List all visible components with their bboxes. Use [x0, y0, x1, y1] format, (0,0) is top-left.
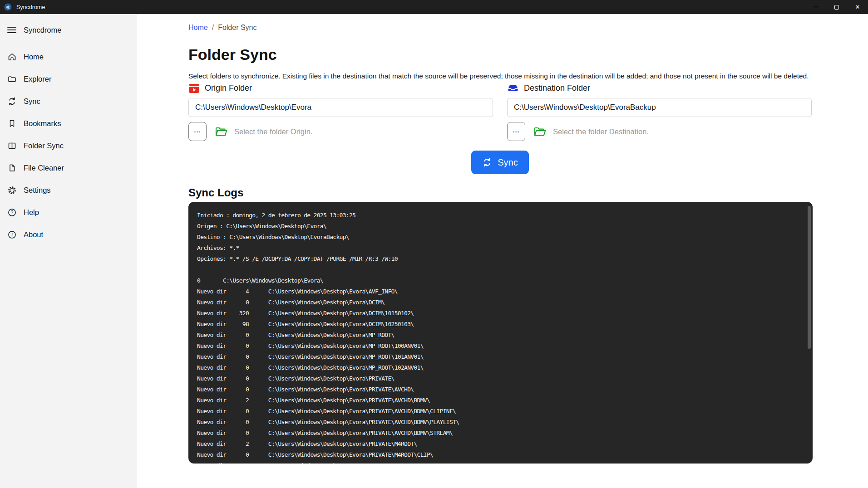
svg-text:?: ? [11, 210, 14, 215]
sidebar-item-bookmarks[interactable]: Bookmarks [0, 114, 137, 133]
destination-hint: Select the folder Destination. [553, 127, 649, 136]
destination-section: Destination Folder ... Select the folder… [507, 82, 812, 141]
sync-button-label: Sync [498, 157, 518, 168]
sidebar-item-label: File Cleaner [24, 164, 64, 172]
file-icon [7, 163, 17, 173]
minimize-button[interactable] [805, 0, 826, 14]
origin-path-input[interactable] [188, 98, 493, 117]
minimize-icon [814, 7, 819, 7]
sidebar-item-file-cleaner[interactable]: File Cleaner [0, 159, 137, 177]
sidebar-header: Syncdrome [7, 23, 137, 37]
titlebar: Syncdrome ✕ [0, 0, 868, 14]
sidebar-item-sync[interactable]: Sync [0, 92, 137, 111]
origin-section: Origin Folder ... Select the folder Orig… [188, 82, 493, 141]
sidebar-item-label: Folder Sync [24, 142, 64, 150]
destination-browse-button[interactable]: ... [507, 122, 525, 141]
sidebar-item-about[interactable]: i About [0, 225, 137, 244]
maximize-icon [834, 5, 839, 10]
main-content: Home / Folder Sync Folder Sync Select fo… [137, 14, 868, 488]
sidebar-item-label: Help [24, 208, 39, 217]
sidebar-item-label: Explorer [24, 75, 51, 83]
sidebar: Syncdrome Home Explorer [0, 14, 137, 488]
folder-icon [7, 74, 17, 84]
destination-path-input[interactable] [507, 98, 812, 117]
window-title: Syncdrome [16, 4, 45, 10]
sync-arrows-icon [482, 157, 492, 167]
sync-icon [7, 97, 17, 106]
app-logo-icon [4, 3, 12, 11]
breadcrumb-current: Folder Sync [218, 24, 256, 32]
open-folder-icon [215, 126, 228, 137]
help-icon: ? [7, 208, 17, 217]
sidebar-item-settings[interactable]: Settings [0, 181, 137, 200]
split-view-icon [7, 141, 17, 151]
destination-label: Destination Folder [524, 83, 590, 93]
open-folder-icon [533, 126, 547, 137]
page-title: Folder Sync [188, 45, 868, 63]
gear-icon [7, 185, 17, 195]
sidebar-item-explorer[interactable]: Explorer [0, 70, 137, 88]
sidebar-item-label: Bookmarks [24, 119, 61, 128]
sync-button[interactable]: Sync [471, 151, 529, 174]
destination-inbox-icon [507, 82, 519, 94]
hamburger-menu-icon[interactable] [7, 27, 16, 34]
sidebar-item-home[interactable]: Home [0, 48, 137, 66]
sidebar-item-folder-sync[interactable]: Folder Sync [0, 137, 137, 155]
sidebar-item-help[interactable]: ? Help [0, 203, 137, 222]
sidebar-item-label: About [24, 230, 43, 239]
sync-logs-heading: Sync Logs [188, 186, 868, 199]
window-controls: ✕ [805, 0, 868, 14]
breadcrumb-home-link[interactable]: Home [188, 24, 208, 32]
home-icon [7, 52, 17, 62]
breadcrumb: Home / Folder Sync [188, 24, 868, 34]
origin-hint: Select the folder Origin. [234, 127, 312, 136]
sidebar-nav: Home Explorer [0, 48, 137, 244]
maximize-button[interactable] [826, 0, 847, 14]
breadcrumb-separator: / [212, 24, 214, 32]
destination-browse-row: ... Select the folder Destination. [507, 122, 812, 141]
origin-browse-row: ... Select the folder Origin. [188, 122, 493, 141]
folder-columns: Origin Folder ... Select the folder Orig… [188, 82, 812, 141]
close-icon: ✕ [855, 4, 860, 10]
sync-log-console[interactable]: Iniciado : domingo, 2 de febrero de 2025… [188, 202, 813, 464]
sync-button-row: Sync [188, 151, 812, 174]
sidebar-item-label: Home [24, 53, 44, 61]
origin-label-row: Origin Folder [188, 82, 493, 94]
sidebar-item-label: Settings [24, 186, 51, 195]
log-output: Iniciado : domingo, 2 de febrero de 2025… [197, 210, 804, 464]
svg-text:i: i [11, 232, 13, 237]
destination-label-row: Destination Folder [507, 82, 812, 94]
bookmark-icon [7, 119, 17, 128]
origin-browse-button[interactable]: ... [188, 122, 207, 141]
page-description: Select folders to synchronize. Existing … [188, 70, 812, 82]
info-icon: i [7, 230, 17, 239]
close-button[interactable]: ✕ [847, 0, 868, 14]
origin-label: Origin Folder [205, 83, 252, 93]
origin-folder-icon [188, 83, 200, 94]
sidebar-item-label: Sync [24, 97, 40, 106]
console-scrollbar-thumb[interactable] [808, 206, 811, 349]
sidebar-app-name: Syncdrome [24, 26, 61, 34]
